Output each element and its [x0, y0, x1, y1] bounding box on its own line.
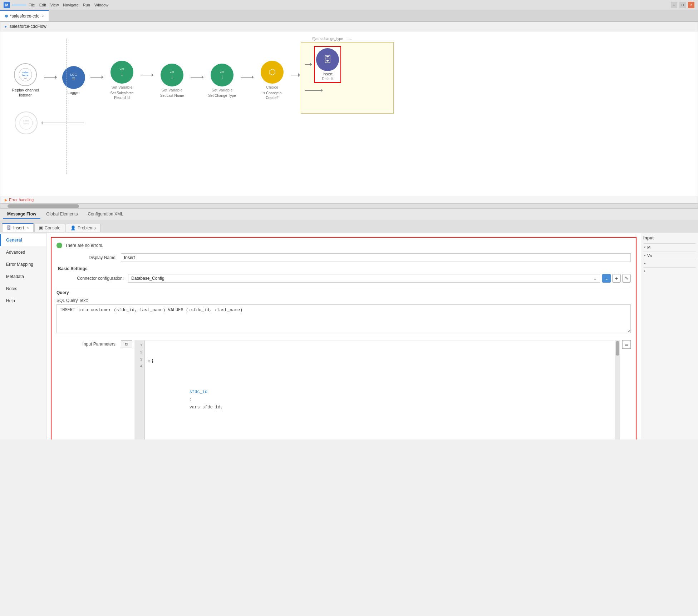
- error-arrow-icon: ▶: [5, 198, 8, 202]
- success-icon: [56, 243, 62, 248]
- connector-config-label: Connector configuration:: [56, 276, 128, 281]
- arrow-3: [140, 75, 154, 75]
- insert-node-circle: 🗄: [316, 48, 339, 71]
- configuration-xml-label: Configuration XML: [88, 212, 123, 217]
- left-nav: General Advanced Error Mapping Metadata …: [0, 233, 46, 439]
- menu-item-edit[interactable]: Edit: [39, 3, 46, 7]
- form-separator-2: [56, 337, 631, 337]
- choice-node-circle: ⬡: [261, 61, 284, 84]
- arrow-6: [290, 75, 301, 75]
- salesforce-icon: sales force ↩: [18, 68, 33, 82]
- right-accordion-3: ▸: [643, 260, 696, 267]
- node-logger[interactable]: LOG ≡ Logger: [58, 66, 90, 95]
- minimize-button[interactable]: –: [671, 2, 677, 8]
- problems-tab-icon: 👤: [70, 225, 76, 230]
- connector-edit-btn[interactable]: ✎: [622, 274, 631, 283]
- left-nav-item-metadata[interactable]: Metadata: [0, 270, 46, 283]
- right-accordion-header-2[interactable]: ▾ Va: [643, 252, 696, 259]
- menu-item-navigate[interactable]: Navigate: [63, 3, 78, 7]
- left-nav-item-general[interactable]: General: [0, 234, 46, 246]
- insert-tab-close[interactable]: ×: [27, 226, 29, 230]
- left-nav-item-notes[interactable]: Notes: [0, 283, 46, 295]
- set-var-1-label: Set Variable: [111, 85, 132, 89]
- dashed-divider: [67, 39, 67, 174]
- code-content[interactable]: ⊖ { sfdc_id : vars.sfdc_id, last_name : …: [145, 341, 615, 439]
- code-val-sfdc: vars.sfdc_id,: [190, 405, 223, 410]
- left-nav-item-help[interactable]: Help: [0, 295, 46, 307]
- line-num-3: 3: [137, 356, 142, 363]
- editor-tab[interactable]: *salesforce-cdc ×: [0, 10, 49, 21]
- left-nav-item-advanced[interactable]: Advanced: [0, 246, 46, 258]
- error-handling-bar[interactable]: ▶ Error handling: [0, 196, 698, 203]
- svg-text:sales: sales: [22, 71, 29, 74]
- bottom-flow-tabs: Message Flow Global Elements Configurati…: [0, 209, 698, 220]
- right-accordion-header-1[interactable]: ▾ M: [643, 244, 696, 251]
- close-button[interactable]: ×: [688, 2, 694, 8]
- maximize-button[interactable]: □: [679, 2, 686, 8]
- set-var-3-label: Set Variable: [211, 88, 232, 92]
- node-set-var-2[interactable]: var ↓ Set Variable Set Last Name: [154, 64, 190, 98]
- canvas-scrollbar[interactable]: [0, 203, 698, 208]
- message-flow-label: Message Flow: [7, 212, 36, 217]
- properties-panel: General Advanced Error Mapping Metadata …: [0, 232, 698, 439]
- code-scrollbar[interactable]: [615, 341, 620, 439]
- line-num-2: 2: [137, 349, 142, 356]
- props-tabs-bar: 🗄 Insert × ▣ Console 👤 Problems: [0, 220, 698, 232]
- tab-dot: [5, 15, 8, 18]
- right-section-1-label: M: [647, 245, 650, 249]
- node-set-var-1[interactable]: var ↓ Set Variable Set SalesforceRecord …: [104, 61, 140, 100]
- right-accordion-1: ▾ M: [643, 243, 696, 251]
- display-name-row: Display Name:: [56, 253, 631, 262]
- connector-dropdown-icon: ⌄: [593, 276, 597, 281]
- display-name-input[interactable]: [121, 253, 631, 262]
- props-tab-insert[interactable]: 🗄 Insert ×: [2, 223, 34, 232]
- insert-selected-container[interactable]: 🗄 Insert Default: [314, 46, 341, 83]
- insert-tab-icon: 🗄: [7, 225, 11, 230]
- choice-inner-arrow: [305, 64, 312, 65]
- node-set-var-3[interactable]: var ↓ Set Variable Set Change Type: [204, 64, 240, 98]
- left-nav-item-error-mapping[interactable]: Error Mapping: [0, 258, 46, 270]
- replay-node-circle: sales force ↩: [14, 63, 37, 86]
- app-logo: M: [4, 2, 10, 8]
- flow-second-row: sales force: [8, 111, 690, 134]
- code-block-icon[interactable]: ⚌: [622, 340, 631, 349]
- right-accordion-4: ▸: [643, 267, 696, 274]
- top-bar-spacer: [12, 5, 26, 5]
- code-line-2: sfdc_id : vars.sfdc_id,: [148, 381, 612, 419]
- tab-global-elements[interactable]: Global Elements: [42, 210, 82, 219]
- problems-tab-label: Problems: [78, 225, 96, 230]
- connector-dropdown-btn[interactable]: ⌄: [602, 274, 611, 283]
- node-choice[interactable]: ⬡ Choice is Change aCreate?: [254, 61, 290, 100]
- connector-config-select[interactable]: Database_Config ⌄: [128, 274, 600, 283]
- tab-label: *salesforce-cdc: [10, 14, 39, 19]
- chevron-down-2-icon: ▾: [644, 254, 646, 257]
- sql-query-textarea[interactable]: [56, 304, 631, 333]
- menu-item-window[interactable]: Window: [94, 3, 108, 7]
- connector-config-row: Connector configuration: Database_Config…: [56, 274, 631, 283]
- tab-configuration-xml[interactable]: Configuration XML: [83, 210, 127, 219]
- tab-close-icon[interactable]: ×: [41, 14, 44, 18]
- set-var-3-sublabel: Set Change Type: [208, 94, 236, 98]
- menu-item-file[interactable]: File: [29, 3, 35, 7]
- right-accordion-header-3[interactable]: ▸: [643, 260, 696, 267]
- arrow-1: [43, 77, 58, 78]
- insert-tab-label: Insert: [13, 225, 24, 230]
- menu-item-view[interactable]: View: [50, 3, 59, 7]
- svg-text:force: force: [23, 122, 29, 125]
- props-tab-problems[interactable]: 👤 Problems: [66, 224, 100, 232]
- menu-item-run[interactable]: Run: [83, 3, 90, 7]
- props-tab-console[interactable]: ▣ Console: [34, 224, 65, 232]
- right-accordion-header-4[interactable]: ▸: [643, 268, 696, 274]
- connector-icons-group: ⌄ + ✎: [602, 274, 631, 283]
- svg-text:force: force: [22, 74, 28, 76]
- error-handling-label: Error handling: [9, 198, 34, 202]
- arrow-4: [190, 77, 204, 78]
- tab-message-flow[interactable]: Message Flow: [3, 210, 40, 219]
- console-tab-label: Console: [45, 225, 60, 230]
- choice-condition-label: #[vars.change_type == ...: [312, 37, 352, 41]
- fx-button[interactable]: fx: [121, 340, 132, 348]
- node-replay-listener[interactable]: sales force ↩ Replay channellistener: [8, 63, 43, 98]
- query-section-title: Query: [56, 290, 631, 295]
- connector-add-btn[interactable]: +: [612, 274, 621, 283]
- right-panel-header: Input: [643, 235, 696, 240]
